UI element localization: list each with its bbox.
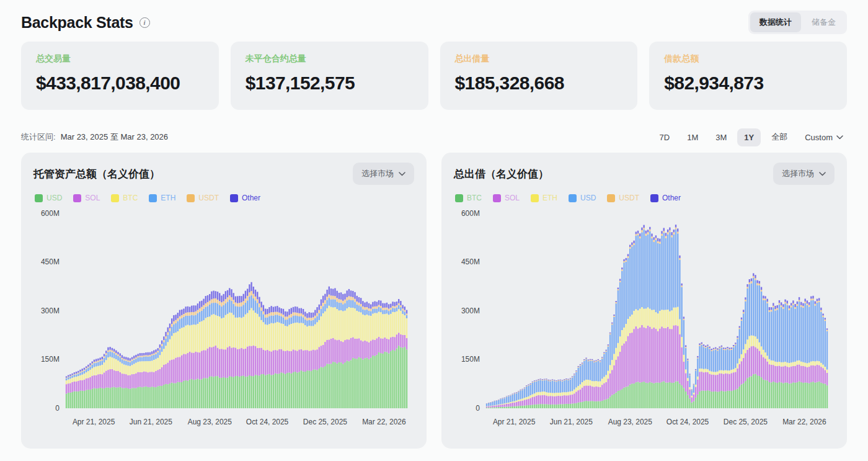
- chart-bar-segment: [565, 379, 567, 380]
- chart-bar-segment: [526, 397, 527, 400]
- chart-bar-segment: [243, 301, 244, 305]
- chart-bar-segment: [237, 303, 238, 307]
- chart-bar-segment: [326, 308, 327, 340]
- chart-bar-segment: [402, 305, 403, 309]
- chart-bar-segment: [123, 388, 125, 408]
- legend-item-sol[interactable]: SOL: [493, 194, 520, 202]
- chart-bar-segment: [382, 308, 383, 310]
- chart-bar-segment: [518, 400, 519, 401]
- legend-item-usdt[interactable]: USDT: [187, 194, 219, 202]
- chart-bar-segment: [396, 305, 397, 307]
- chart-bar-segment: [560, 381, 561, 393]
- chart-bar-segment: [695, 387, 696, 397]
- chart-bar-segment: [113, 370, 115, 387]
- info-icon[interactable]: i: [140, 17, 150, 28]
- chart-bar-segment: [593, 387, 595, 401]
- stacked-area-chart[interactable]: 0150M300M450M600MApr 21, 2025Jun 21, 202…: [33, 204, 414, 441]
- legend-item-other[interactable]: Other: [650, 194, 681, 202]
- chart-bar-segment: [344, 362, 345, 408]
- market-select-button[interactable]: 选择市场: [773, 163, 835, 185]
- chart-bar-segment: [661, 236, 662, 310]
- chart-bar-segment: [516, 402, 517, 406]
- chart-bar-segment: [745, 381, 746, 408]
- filter-3m[interactable]: 3M: [709, 128, 733, 146]
- chart-bar-segment: [578, 390, 579, 403]
- chart-bar-segment: [552, 380, 553, 393]
- legend-item-btc[interactable]: BTC: [455, 194, 482, 202]
- chart-bar-segment: [277, 312, 278, 315]
- chart-bar-segment: [183, 308, 184, 314]
- chart-bar-segment: [347, 339, 348, 360]
- chart-bar-segment: [782, 366, 784, 383]
- chart-bar-segment: [125, 365, 126, 374]
- chart-bar-segment: [486, 404, 487, 406]
- chart-bar-segment: [233, 347, 234, 377]
- chart-bar-segment: [181, 382, 182, 408]
- legend-item-eth[interactable]: ETH: [149, 194, 175, 202]
- filter-1y[interactable]: 1Y: [737, 128, 761, 146]
- chart-bar-segment: [157, 358, 159, 370]
- filter-7d[interactable]: 7D: [653, 128, 677, 146]
- filter-all[interactable]: 全部: [764, 127, 794, 147]
- chart-bar-segment: [753, 346, 754, 375]
- chart-bar-segment: [257, 303, 258, 314]
- chart-bar-segment: [636, 382, 637, 408]
- chart-bar-segment: [578, 367, 579, 386]
- chart-bar-segment: [534, 393, 535, 396]
- chart-bar-segment: [161, 352, 162, 367]
- tab-reserves[interactable]: 储备金: [802, 12, 845, 32]
- chart-bar-segment: [253, 310, 254, 345]
- chart-bar-segment: [534, 381, 535, 382]
- chart-bar-segment: [582, 382, 583, 388]
- chart-bar-segment: [344, 293, 345, 300]
- chart-bar-segment: [532, 383, 533, 395]
- legend-item-other[interactable]: Other: [230, 194, 260, 202]
- chart-bar-segment: [817, 382, 818, 408]
- chart-bar-segment: [342, 342, 343, 364]
- chart-bar-segment: [546, 396, 547, 405]
- chart-bar-segment: [560, 380, 561, 381]
- chart-bar-segment: [731, 349, 732, 350]
- chart-bar-segment: [94, 388, 95, 408]
- chart-bar-segment: [309, 326, 310, 351]
- chart-bar-segment: [286, 326, 288, 351]
- chart-bar-segment: [506, 404, 507, 407]
- chart-bar-segment: [404, 347, 405, 408]
- chart-bar-segment: [773, 306, 774, 307]
- chart-bar-segment: [643, 327, 644, 382]
- chart-bar-segment: [544, 392, 545, 395]
- chart-bar-segment: [159, 369, 161, 386]
- chart-bar-segment: [237, 296, 238, 303]
- chart-bar-segment: [781, 382, 782, 408]
- chart-bar-segment: [291, 374, 292, 408]
- legend-item-btc[interactable]: BTC: [111, 194, 138, 202]
- chart-bar-segment: [575, 370, 577, 371]
- filter-1m[interactable]: 1M: [680, 128, 705, 146]
- x-axis-tick: Oct 24, 2025: [666, 418, 709, 426]
- legend-item-usd[interactable]: USD: [569, 194, 596, 202]
- chart-bar-segment: [78, 381, 79, 392]
- chart-bar-segment: [659, 329, 660, 383]
- chart-bar-segment: [673, 308, 675, 326]
- legend-item-usdt[interactable]: USDT: [607, 194, 639, 202]
- market-select-button[interactable]: 选择市场: [353, 163, 414, 185]
- chart-bar-segment: [372, 309, 373, 314]
- chart-bar-segment: [522, 406, 523, 408]
- chart-bar-segment: [141, 372, 143, 387]
- stacked-area-chart[interactable]: 0150M300M450M600MApr 21, 2025Jun 21, 202…: [454, 204, 835, 441]
- chart-bar-segment: [675, 382, 676, 408]
- legend-item-eth[interactable]: ETH: [531, 194, 557, 202]
- chart-bar-segment: [787, 305, 788, 363]
- chart-bar-segment: [647, 232, 649, 234]
- chart-bar-segment: [518, 392, 519, 400]
- chart-bar-segment: [147, 387, 148, 408]
- legend-item-sol[interactable]: SOL: [73, 194, 100, 202]
- filter-custom[interactable]: Custom: [798, 128, 847, 146]
- chart-bar-segment: [316, 307, 317, 313]
- tab-data-stats[interactable]: 数据统计: [750, 12, 801, 32]
- legend-item-usd[interactable]: USD: [35, 194, 62, 202]
- chart-bar-segment: [392, 306, 393, 308]
- chart-bar-segment: [79, 380, 81, 391]
- chart-bar-segment: [560, 396, 561, 404]
- chart-bar-segment: [749, 282, 750, 284]
